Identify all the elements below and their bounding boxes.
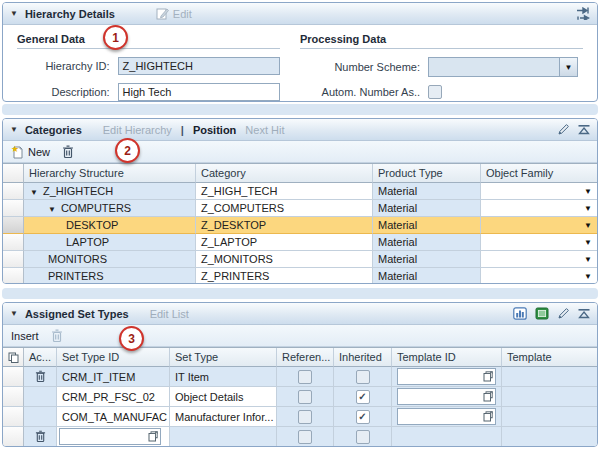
delete-trash-icon[interactable] [35, 430, 46, 443]
action-cell[interactable] [24, 427, 57, 447]
inherited-checkbox[interactable] [356, 410, 370, 424]
tree-node-cell[interactable]: PRINTERS [24, 268, 196, 284]
set-type-id-cell[interactable] [57, 427, 170, 447]
template-id-input[interactable] [397, 388, 496, 405]
category-cell[interactable]: Z_DESKTOP [196, 217, 373, 234]
category-cell[interactable]: Z_PRINTERS [196, 268, 373, 284]
column-header-id[interactable]: Set Type ID [57, 348, 170, 367]
delete-trash-icon[interactable] [62, 145, 74, 159]
column-header-ptype[interactable]: Product Type [373, 164, 481, 183]
row-select-handle[interactable] [3, 234, 24, 251]
object-family-dropdown-cell[interactable]: ▼ [481, 234, 597, 251]
category-cell[interactable]: Z_COMPUTERS [196, 200, 373, 217]
value-help-clipboard-icon[interactable] [483, 391, 493, 402]
collapse-triangle-icon[interactable]: ▼ [10, 309, 18, 318]
collapse-tray-icon[interactable] [578, 124, 590, 135]
column-header-tpl[interactable]: Template [502, 348, 597, 367]
action-cell[interactable] [24, 387, 57, 407]
object-family-dropdown-cell[interactable]: ▼ [481, 200, 597, 217]
template-id-cell[interactable] [392, 367, 502, 387]
table-row[interactable]: MONITORSZ_MONITORSMaterial▼ [3, 251, 597, 268]
column-header-category[interactable]: Category [196, 164, 373, 183]
tree-expand-icon[interactable]: ▼ [30, 188, 38, 197]
reference-checkbox[interactable] [298, 390, 312, 404]
select-all-column-header[interactable] [3, 164, 24, 183]
column-header-ref[interactable]: Referen... [277, 348, 334, 367]
dropdown-arrow-icon[interactable]: ▼ [584, 268, 592, 284]
table-row[interactable]: CRM_IT_ITEMIT Item [3, 367, 597, 387]
object-family-dropdown-cell[interactable]: ▼ [481, 183, 597, 200]
column-header-structure[interactable]: Hierarchy Structure [24, 164, 196, 183]
dropdown-arrow-icon[interactable]: ▼ [559, 58, 577, 76]
delete-trash-icon[interactable] [35, 370, 46, 383]
row-select-handle[interactable] [3, 367, 24, 387]
tree-node-cell[interactable]: LAPTOP [24, 234, 196, 251]
tree-node-cell[interactable]: ▼COMPUTERS [24, 200, 196, 217]
value-help-clipboard-icon[interactable] [148, 431, 158, 442]
column-header-type[interactable]: Set Type [170, 348, 277, 367]
column-header-tid[interactable]: Template ID [392, 348, 502, 367]
description-field[interactable]: High Tech [118, 83, 280, 101]
dropdown-arrow-icon[interactable]: ▼ [584, 200, 592, 217]
template-id-cell[interactable] [392, 427, 502, 447]
row-select-handle[interactable] [3, 427, 24, 447]
object-family-dropdown-cell[interactable]: ▼ [481, 251, 597, 268]
reference-checkbox[interactable] [298, 410, 312, 424]
table-row[interactable]: COM_TA_MANUFACManufacturer Infor... [3, 407, 597, 427]
row-select-handle[interactable] [3, 407, 24, 427]
value-help-clipboard-icon[interactable] [483, 411, 493, 422]
template-id-input[interactable] [397, 368, 496, 385]
inherited-checkbox[interactable] [356, 370, 370, 384]
insert-button[interactable]: Insert [11, 330, 39, 342]
edit-pencil-icon[interactable] [557, 123, 570, 136]
edit-pencil-icon[interactable] [557, 307, 570, 320]
table-row[interactable]: LAPTOPZ_LAPTOPMaterial▼ [3, 234, 597, 251]
action-cell[interactable] [24, 367, 57, 387]
row-select-handle[interactable] [3, 183, 24, 200]
menu-item-position[interactable]: Position [193, 124, 236, 136]
chart-icon[interactable] [513, 307, 527, 320]
inherited-checkbox[interactable] [356, 430, 370, 444]
set-type-id-input[interactable] [59, 428, 161, 445]
hierarchy-id-field[interactable]: Z_HIGHTECH [118, 57, 280, 75]
table-row[interactable]: PRINTERSZ_PRINTERSMaterial▼ [3, 268, 597, 284]
object-family-dropdown-cell[interactable]: ▼ [481, 268, 597, 284]
new-button[interactable]: ★ New [11, 145, 50, 159]
select-all-column-header[interactable] [3, 348, 24, 367]
column-header-ofam[interactable]: Object Family [481, 164, 597, 183]
set-type-id-cell[interactable]: CRM_PR_FSC_02 [57, 387, 170, 407]
dropdown-arrow-icon[interactable]: ▼ [584, 234, 592, 251]
template-id-input[interactable] [397, 408, 496, 425]
table-row[interactable] [3, 427, 597, 447]
category-cell[interactable]: Z_LAPTOP [196, 234, 373, 251]
value-help-clipboard-icon[interactable] [483, 371, 493, 382]
auto-number-checkbox[interactable] [428, 85, 442, 99]
tree-expand-icon[interactable]: ▼ [48, 205, 56, 214]
template-id-cell[interactable] [392, 407, 502, 427]
menu-item-next-hit[interactable]: Next Hit [245, 124, 284, 136]
tree-node-cell[interactable]: MONITORS [24, 251, 196, 268]
export-spreadsheet-icon[interactable] [535, 307, 549, 320]
template-id-cell[interactable] [392, 387, 502, 407]
table-row[interactable]: ▼Z_HIGHTECHZ_HIGH_TECHMaterial▼ [3, 183, 597, 200]
column-header-ac[interactable]: Ac... [24, 348, 57, 367]
set-type-id-cell[interactable]: COM_TA_MANUFAC [57, 407, 170, 427]
edit-list-button[interactable]: Edit List [150, 308, 189, 320]
row-select-handle[interactable] [3, 200, 24, 217]
table-row[interactable]: DESKTOPZ_DESKTOPMaterial▼ [3, 217, 597, 234]
row-select-handle[interactable] [3, 251, 24, 268]
category-cell[interactable]: Z_HIGH_TECH [196, 183, 373, 200]
object-family-dropdown-cell[interactable]: ▼ [481, 217, 597, 234]
reference-checkbox[interactable] [298, 430, 312, 444]
category-cell[interactable]: Z_MONITORS [196, 251, 373, 268]
reference-checkbox[interactable] [298, 370, 312, 384]
set-type-id-cell[interactable]: CRM_IT_ITEM [57, 367, 170, 387]
dropdown-arrow-icon[interactable]: ▼ [584, 217, 592, 234]
row-select-handle[interactable] [3, 268, 24, 284]
row-select-handle[interactable] [3, 387, 24, 407]
menu-item-edit-hierarchy[interactable]: Edit Hierarchy [103, 124, 172, 136]
column-header-inh[interactable]: Inherited [334, 348, 392, 367]
table-row[interactable]: ▼COMPUTERSZ_COMPUTERSMaterial▼ [3, 200, 597, 217]
collapse-triangle-icon[interactable]: ▼ [10, 9, 18, 18]
number-scheme-dropdown[interactable]: ▼ [428, 57, 578, 77]
